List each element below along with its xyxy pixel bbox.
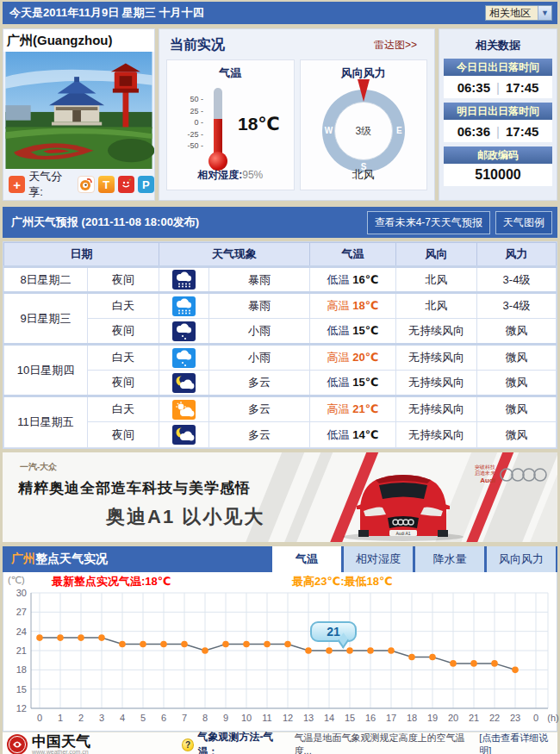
forecast-row: 8日星期二 夜间 暴雨 低温 16℃ 北风 3-4级 [4, 267, 557, 293]
radar-map-link[interactable]: 雷达图>> [374, 38, 417, 53]
forecast-header-bar: 广州天气预报 (2011-11-08 18:00发布) 查看未来4-7天天气预报… [3, 207, 557, 238]
forecast-wind-dir: 无持续风向 [396, 319, 477, 345]
humidity-value: 95% [242, 169, 263, 181]
forecast-wind-force: 微风 [477, 371, 557, 396]
cloudy-night-icon [172, 373, 196, 393]
hourly-temperature-chart[interactable]: (℃) 最新整点实况气温:18℃ 最高23℃:最低18℃ 12151821242… [3, 572, 557, 732]
svg-text:1: 1 [58, 713, 63, 723]
add-share-icon[interactable]: + [9, 176, 25, 193]
sina-weibo-icon[interactable] [78, 176, 94, 193]
tab-wind[interactable]: 风向风力 [487, 546, 556, 572]
ad-car-badge: Audi A1 [395, 531, 410, 536]
chart-y-unit-label: (℃) [8, 575, 25, 586]
svg-text:7: 7 [182, 713, 187, 723]
forecast-wind-force: 微风 [477, 422, 557, 448]
temperature-card: 气温 50 - 25 - 0 - -25 - -50 - 18 [166, 59, 295, 190]
tomorrow-sunrise-time: 06:36 [457, 124, 490, 139]
tab-temperature[interactable]: 气温 [272, 546, 341, 572]
tip-body: 气温是地面气象观测规定高度上的空气温度... [295, 732, 476, 754]
forecast-phenomenon: 多云 [209, 371, 310, 396]
svg-text:15: 15 [345, 713, 355, 723]
red-face-share-icon[interactable] [118, 176, 134, 193]
forecast-time: 夜间 [88, 319, 159, 345]
svg-text:14: 14 [324, 713, 334, 723]
red-car-image: Audi A1 [334, 454, 472, 542]
current-date-text: 今天是2011年11月9日 星期三 十月十四 [9, 5, 203, 21]
related-data-panel: 相关数据 今日日出日落时间 06:35 | 17:45 明日日出日落时间 06:… [439, 28, 557, 201]
tip-detail-link[interactable]: [点击查看详细说明] [479, 732, 557, 754]
svg-text:17: 17 [386, 713, 396, 723]
share-label: 天气分享: [28, 169, 74, 200]
ad-slogan-line2: 启迪未来 [475, 470, 495, 477]
ad-headline: 精粹奥迪全部造车科技与美学感悟 [18, 478, 251, 498]
forecast-time: 夜间 [88, 371, 159, 396]
svg-text:21: 21 [16, 645, 27, 656]
forecast-wind-dir: 无持续风向 [396, 371, 477, 396]
future-forecast-button[interactable]: 查看未来4-7天天气预报 [367, 211, 490, 234]
svg-text:15: 15 [16, 684, 27, 695]
svg-text:3: 3 [99, 713, 104, 723]
svg-text:16: 16 [365, 713, 376, 723]
postal-code-value: 510000 [444, 164, 552, 186]
thermometer-icon [207, 86, 229, 172]
hourly-section-title: 广州整点天气实况 [3, 551, 108, 567]
svg-text:27: 27 [16, 607, 27, 617]
thermometer-scale: 50 - 25 - 0 - -25 - -50 - [179, 86, 203, 172]
svg-text:5: 5 [140, 713, 146, 723]
chevron-down-icon[interactable]: ▼ [538, 6, 551, 20]
current-conditions-panel: 当前实况 雷达图>> 气温 50 - 25 - 0 - -25 - -50 - [159, 28, 435, 201]
forecast-phenomenon: 暴雨 [209, 267, 310, 293]
svg-text:0: 0 [37, 713, 42, 723]
tip-title: 气象观测方法-气温： [197, 730, 290, 754]
forecast-row: 10日星期四 白天 小雨 高温 20℃ 无持续风向 微风 [4, 345, 557, 371]
forecast-temp: 14℃ [352, 428, 378, 441]
svg-text:8: 8 [202, 713, 208, 723]
forecast-time: 白天 [88, 345, 159, 371]
svg-text:(h): (h) [547, 713, 558, 723]
forecast-wind-dir: 无持续风向 [396, 396, 477, 422]
wind-direction-arrow-icon [358, 79, 370, 102]
forecast-time: 夜间 [88, 267, 159, 293]
current-temperature-value: 18℃ [238, 114, 280, 134]
svg-text:23: 23 [510, 713, 520, 723]
ad-brand-text: 一汽-大众 [20, 461, 57, 473]
today-sunset-time: 17:45 [506, 80, 538, 95]
tomorrow-sun-times-header: 明日日出日落时间 [444, 103, 552, 120]
tab-precipitation[interactable]: 降水量 [415, 546, 484, 572]
forecast-wind-force: 3-4级 [477, 293, 557, 319]
svg-text:11: 11 [262, 713, 271, 723]
region-select-dropdown[interactable]: 相关地区 ▼ [485, 5, 552, 21]
wind-card: 风向风力 W E S 3级 北风 [300, 59, 428, 190]
tencent-weibo-icon[interactable]: T [98, 176, 115, 193]
postal-code-header: 邮政编码 [444, 146, 552, 164]
site-logo[interactable]: 中国天气 www.weather.com.cn [3, 733, 182, 754]
weather-share-row: + 天气分享: T P [3, 169, 154, 200]
site-url: www.weather.com.cn [32, 749, 90, 754]
tab-humidity[interactable]: 相对湿度 [344, 546, 413, 572]
forecast-wind-dir: 北风 [396, 267, 477, 293]
forecast-phenomenon: 小雨 [209, 345, 310, 371]
forecast-temp: 21℃ [352, 402, 378, 415]
top-date-bar: 今天是2011年11月9日 星期三 十月十四 相关地区 ▼ [3, 2, 557, 24]
forecast-wind-dir: 北风 [396, 293, 477, 319]
svg-text:6: 6 [161, 713, 166, 723]
temperature-line-chart[interactable]: 1215182124273001234567891011121314151617… [5, 586, 560, 731]
audi-rings-logo [499, 467, 549, 483]
temperature-card-title: 气温 [167, 60, 294, 81]
today-sunrise-time: 06:35 [457, 80, 490, 95]
pengyou-share-icon[interactable]: P [138, 176, 154, 193]
weather-legend-button[interactable]: 天气图例 [495, 211, 552, 234]
hourly-section-bar: 广州整点天气实况 气温 相对湿度 降水量 风向风力 [3, 546, 557, 572]
forecast-date: 11日星期五 [4, 396, 88, 448]
forecast-time: 白天 [88, 396, 159, 422]
cloudy-night-icon [172, 425, 196, 445]
cloudy-day-icon [172, 400, 196, 420]
tomorrow-sunset-time: 17:45 [506, 124, 538, 139]
heavy-rain-day-icon [172, 296, 196, 316]
forecast-date: 8日星期二 [4, 267, 88, 293]
light-rain-night-icon [172, 321, 196, 341]
forecast-wind-force: 微风 [477, 396, 557, 422]
forecast-wind-force: 微风 [477, 345, 557, 371]
forecast-wind-force: 微风 [477, 319, 557, 345]
audi-ad-banner[interactable]: 一汽-大众 精粹奥迪全部造车科技与美学感悟 奥迪A1 以小见大 Audi A1 … [3, 452, 557, 542]
